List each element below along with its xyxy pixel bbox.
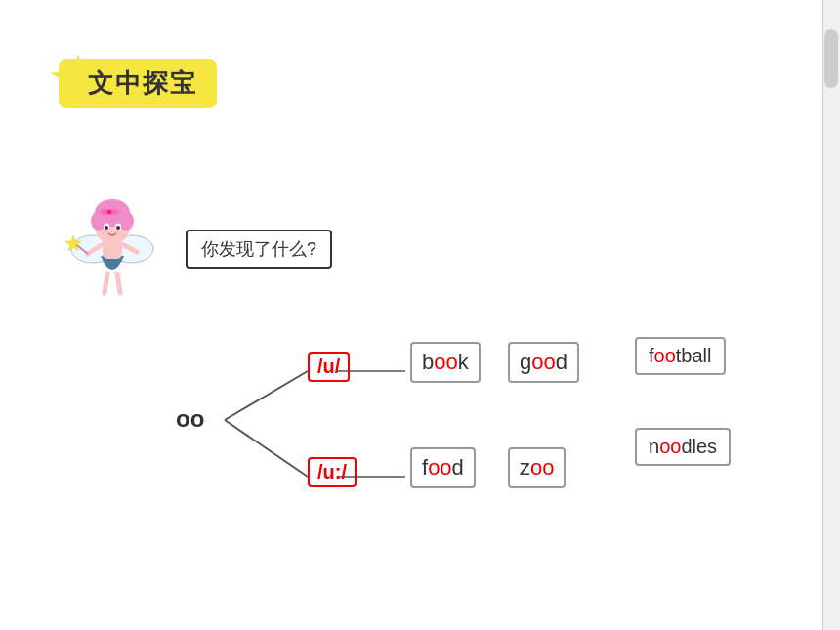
fairy-svg	[63, 176, 161, 303]
svg-line-17	[117, 273, 120, 293]
svg-point-9	[107, 210, 112, 215]
question-text: 你发现了什么?	[201, 239, 316, 259]
diagram: oo /u/ /u:/ book good food zoo football …	[127, 322, 811, 537]
word-football: football	[635, 337, 726, 375]
character-fairy	[63, 176, 161, 303]
phonetic-u: /u/	[308, 352, 350, 382]
svg-point-12	[105, 226, 108, 230]
word-zoo: zoo	[508, 447, 566, 488]
scrollbar-thumb[interactable]	[824, 29, 838, 88]
title-banner: 文中探宝	[59, 59, 217, 108]
question-bubble: 你发现了什么?	[186, 230, 332, 269]
word-book: book	[410, 342, 481, 383]
word-noodles: noodles	[635, 428, 731, 466]
phonetic-ulong: /u:/	[308, 457, 357, 487]
scrollbar[interactable]	[822, 0, 840, 630]
word-food: food	[410, 447, 476, 488]
title-text: 文中探宝	[88, 68, 197, 98]
svg-point-13	[116, 226, 120, 230]
svg-line-21	[225, 420, 308, 477]
oo-label: oo	[176, 405, 204, 433]
title-box: 文中探宝	[59, 59, 217, 108]
svg-line-20	[225, 371, 308, 420]
svg-line-16	[105, 273, 107, 293]
word-good: good	[508, 342, 579, 383]
